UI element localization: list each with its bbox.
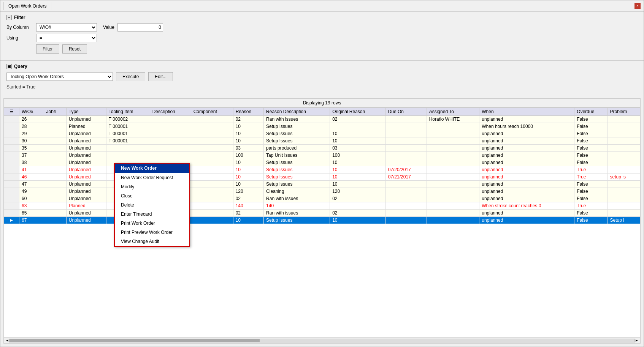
context-menu-item-2[interactable]: Modify bbox=[115, 182, 189, 191]
table-row[interactable]: 29UnplannedT 00000110Setup Issues10unpla… bbox=[4, 130, 640, 137]
col-assigned[interactable]: Assigned To bbox=[427, 108, 479, 116]
table-row[interactable]: 47Unplanned10Setup Issues10unplannedFals… bbox=[4, 181, 640, 188]
scrollbar-thumb[interactable] bbox=[10, 339, 260, 342]
table-row[interactable]: 41Unplanned10Setup Issues1007/20/2017unp… bbox=[4, 166, 640, 174]
cell-orig_reason: 10 bbox=[330, 166, 385, 174]
cell-reason: 10 bbox=[233, 181, 263, 188]
table-container[interactable]: ☰ W/O# Job# Type Tooling Item Descriptio… bbox=[4, 107, 640, 337]
context-menu-item-8[interactable]: View Change Audit bbox=[115, 237, 189, 246]
cell-assigned bbox=[427, 152, 479, 159]
scroll-right-arrow[interactable]: ► bbox=[635, 338, 639, 342]
cell-assigned bbox=[427, 174, 479, 181]
cell-wo: 30 bbox=[19, 137, 44, 145]
cell-assigned bbox=[427, 159, 479, 166]
filter-header[interactable]: − Filter bbox=[6, 15, 638, 20]
cell-component bbox=[191, 174, 233, 181]
table-row[interactable]: 49Unplanned120Cleaning120unplannedFalse bbox=[4, 188, 640, 195]
col-reason-desc[interactable]: Reason Description bbox=[264, 108, 330, 116]
table-row[interactable]: 46Unplanned10Setup Issues1007/21/2017unp… bbox=[4, 174, 640, 181]
table-row[interactable]: 63Planned140140When stroke count reaches… bbox=[4, 202, 640, 210]
col-desc[interactable]: Description bbox=[150, 108, 191, 116]
context-menu-item-6[interactable]: Print Work Order bbox=[115, 219, 189, 228]
context-menu-item-1[interactable]: New Work Order Request bbox=[115, 173, 189, 182]
cell-problem: setup is bbox=[608, 174, 640, 181]
table-row[interactable]: 28PlannedT 00000110Setup IssuesWhen hour… bbox=[4, 123, 640, 130]
window-title: Open Work Orders bbox=[8, 3, 46, 9]
by-column-select[interactable]: W/O# bbox=[36, 23, 97, 32]
cell-due_on bbox=[385, 145, 427, 152]
col-when[interactable]: When bbox=[479, 108, 574, 116]
edit-button[interactable]: Edit... bbox=[148, 72, 173, 81]
cell-due_on bbox=[385, 195, 427, 202]
filter-collapse-icon[interactable]: − bbox=[6, 15, 12, 20]
context-menu-item-0[interactable]: New Work Order bbox=[115, 164, 189, 173]
col-wo[interactable]: W/O# bbox=[19, 108, 44, 116]
col-type[interactable]: Type bbox=[66, 108, 106, 116]
window-tab[interactable]: Open Work Orders bbox=[3, 2, 51, 10]
cell-reason: 10 bbox=[233, 123, 263, 130]
cell-reason_desc: Setup Issues bbox=[264, 217, 330, 224]
cell-component bbox=[191, 217, 233, 224]
context-menu-item-5[interactable]: Enter Timecard bbox=[115, 210, 189, 219]
cell-reason: 03 bbox=[233, 145, 263, 152]
cell-reason_desc: Setup Issues bbox=[264, 137, 330, 145]
cell-when: unplanned bbox=[479, 152, 574, 159]
table-row[interactable]: 26UnplannedT 00000202Ran with issues02Ho… bbox=[4, 116, 640, 123]
context-menu-item-3[interactable]: Close bbox=[115, 191, 189, 200]
context-menu-item-7[interactable]: Print Preview Work Order bbox=[115, 228, 189, 237]
cell-reason: 10 bbox=[233, 159, 263, 166]
using-select[interactable]: = bbox=[36, 34, 97, 42]
close-button[interactable]: × bbox=[634, 3, 641, 9]
cell-job bbox=[44, 159, 66, 166]
horizontal-scrollbar[interactable]: ◄ ► bbox=[4, 337, 640, 343]
cell-due_on bbox=[385, 152, 427, 159]
query-header[interactable]: ▣ Query bbox=[6, 64, 638, 69]
filter-by-column-row: By Column W/O# Value bbox=[6, 23, 638, 32]
query-collapse-icon[interactable]: ▣ bbox=[6, 64, 12, 69]
cell-wo: 37 bbox=[19, 152, 44, 159]
col-reason[interactable]: Reason bbox=[233, 108, 263, 116]
col-orig-reason[interactable]: Original Reason bbox=[330, 108, 385, 116]
cell-problem: Setup i bbox=[608, 217, 640, 224]
cell-job bbox=[44, 130, 66, 137]
col-overdue[interactable]: Overdue bbox=[574, 108, 608, 116]
col-component[interactable]: Component bbox=[191, 108, 233, 116]
query-section: ▣ Query Tooling Open Work Orders Execute… bbox=[0, 61, 644, 95]
table-row[interactable]: 65Unplanned02Ran with issues02unplannedF… bbox=[4, 210, 640, 217]
table-row[interactable]: 60Unplanned02Ran with issues02unplannedF… bbox=[4, 195, 640, 202]
cell-due_on bbox=[385, 181, 427, 188]
table-row[interactable]: ►67Unplanned10Setup Issues10unplannedFal… bbox=[4, 217, 640, 224]
cell-tooling bbox=[106, 145, 150, 152]
cell-reason_desc: Setup Issues bbox=[264, 174, 330, 181]
cell-reason_desc: Setup Issues bbox=[264, 130, 330, 137]
table-row[interactable]: 35Unplanned03parts produced03unplannedFa… bbox=[4, 145, 640, 152]
table-row[interactable]: 37Unplanned100Tap Unit Issues100unplanne… bbox=[4, 152, 640, 159]
cell-type: Unplanned bbox=[66, 145, 106, 152]
col-job[interactable]: Job# bbox=[44, 108, 66, 116]
table-row[interactable]: 30UnplannedT 00000110Setup Issues10unpla… bbox=[4, 137, 640, 145]
scroll-left-arrow[interactable]: ◄ bbox=[5, 338, 9, 342]
col-problem[interactable]: Problem bbox=[608, 108, 640, 116]
cell-overdue: False bbox=[574, 195, 608, 202]
col-due-on[interactable]: Due On bbox=[385, 108, 427, 116]
execute-button[interactable]: Execute bbox=[116, 72, 145, 81]
query-select[interactable]: Tooling Open Work Orders bbox=[6, 73, 113, 81]
filter-button[interactable]: Filter bbox=[36, 44, 59, 54]
cell-assigned bbox=[427, 181, 479, 188]
cell-type: Unplanned bbox=[66, 159, 106, 166]
value-input[interactable] bbox=[117, 23, 163, 32]
cell-job bbox=[44, 202, 66, 210]
table-row[interactable]: 38Unplanned10Setup Issues10unplannedFals… bbox=[4, 159, 640, 166]
query-info: Started = True bbox=[6, 84, 638, 90]
cell-component bbox=[191, 159, 233, 166]
table-header-row: ☰ W/O# Job# Type Tooling Item Descriptio… bbox=[4, 108, 640, 116]
scrollbar-track[interactable] bbox=[9, 339, 635, 342]
cell-when: unplanned bbox=[479, 166, 574, 174]
cell-orig_reason: 10 bbox=[330, 217, 385, 224]
col-tooling[interactable]: Tooling Item bbox=[106, 108, 150, 116]
context-menu-item-4[interactable]: Delete bbox=[115, 200, 189, 210]
cell-orig_reason: 02 bbox=[330, 116, 385, 123]
cell-orig_reason: 10 bbox=[330, 181, 385, 188]
cell-type: Unplanned bbox=[66, 137, 106, 145]
reset-button[interactable]: Reset bbox=[62, 44, 87, 54]
